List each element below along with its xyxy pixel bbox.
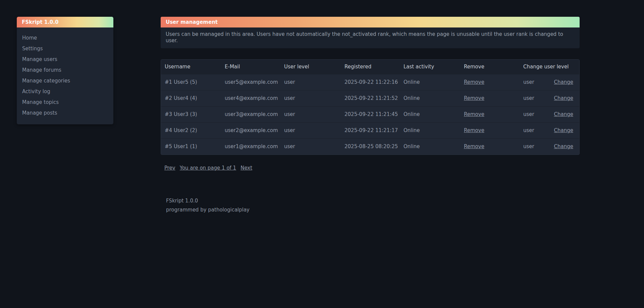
sidebar-item-home[interactable]: Home: [17, 33, 113, 43]
column-header-change-user-level: Change user level: [520, 60, 579, 74]
page-status-link[interactable]: You are on page 1 of 1: [180, 165, 236, 171]
remove-link[interactable]: Remove: [464, 143, 484, 149]
user-level-cell: user: [280, 90, 341, 106]
username-cell: #4 User2 (2): [161, 122, 221, 138]
registered-cell: 2025-09-22 11:21:17: [341, 122, 400, 138]
column-header-user-level: User level: [280, 60, 341, 74]
table-row: #5 User1 (1)user1@example.comuser2025-08…: [161, 138, 579, 155]
remove-cell: Remove: [460, 74, 520, 90]
username-cell: #2 User4 (4): [161, 90, 221, 106]
username-cell: #5 User1 (1): [161, 138, 221, 155]
table-row: #4 User2 (2)user2@example.comuser2025-09…: [161, 122, 579, 138]
current-user-level: user: [523, 111, 534, 117]
change-level-link[interactable]: Change: [554, 143, 573, 149]
remove-link[interactable]: Remove: [464, 79, 484, 85]
footer-version: FSkript 1.0.0: [166, 198, 580, 204]
registered-cell: 2025-08-25 08:20:25: [341, 138, 400, 155]
column-header-remove: Remove: [460, 60, 520, 74]
remove-link[interactable]: Remove: [464, 111, 484, 117]
email-cell: user2@example.com: [221, 122, 280, 138]
sidebar: FSkript 1.0.0 HomeSettingsManage usersMa…: [17, 17, 113, 124]
username-cell: #1 User5 (5): [161, 74, 221, 90]
remove-link[interactable]: Remove: [464, 127, 484, 133]
email-cell: user3@example.com: [221, 106, 280, 122]
change-level-link[interactable]: Change: [554, 127, 573, 133]
table-row: #1 User5 (5)user5@example.comuser2025-09…: [161, 74, 579, 90]
info-box: Users can be managed in this area. Users…: [161, 27, 580, 48]
sidebar-nav: HomeSettingsManage usersManage forumsMan…: [17, 27, 113, 124]
table-row: #2 User4 (4)user4@example.comuser2025-09…: [161, 90, 579, 106]
column-header-registered: Registered: [341, 60, 400, 74]
email-cell: user1@example.com: [221, 138, 280, 155]
registered-cell: 2025-09-22 11:21:45: [341, 106, 400, 122]
sidebar-item-activity-log[interactable]: Activity log: [17, 86, 113, 97]
remove-cell: Remove: [460, 106, 520, 122]
pagination: Prev You are on page 1 of 1 Next: [161, 165, 580, 171]
sidebar-item-settings[interactable]: Settings: [17, 43, 113, 54]
last-activity-cell: Online: [400, 74, 460, 90]
change-user-level-cell: userChange: [520, 122, 579, 138]
column-header-e-mail: E-Mail: [221, 60, 280, 74]
last-activity-cell: Online: [400, 122, 460, 138]
page-title: User management: [161, 17, 580, 27]
table-header-row: UsernameE-MailUser levelRegisteredLast a…: [161, 60, 579, 74]
current-user-level: user: [523, 95, 534, 101]
table-row: #3 User3 (3)user3@example.comuser2025-09…: [161, 106, 579, 122]
user-level-cell: user: [280, 122, 341, 138]
user-table-container: UsernameE-MailUser levelRegisteredLast a…: [161, 59, 580, 155]
change-user-level-cell: userChange: [520, 90, 579, 106]
column-header-username: Username: [161, 60, 221, 74]
change-level-link[interactable]: Change: [554, 95, 573, 101]
email-cell: user4@example.com: [221, 90, 280, 106]
last-activity-cell: Online: [400, 90, 460, 106]
user-level-cell: user: [280, 74, 341, 90]
change-user-level-cell: userChange: [520, 106, 579, 122]
user-table: UsernameE-MailUser levelRegisteredLast a…: [161, 60, 579, 155]
registered-cell: 2025-09-22 11:22:16: [341, 74, 400, 90]
footer-credit: programmed by pathologicalplay: [166, 207, 580, 213]
remove-cell: Remove: [460, 122, 520, 138]
change-level-link[interactable]: Change: [554, 79, 573, 85]
email-cell: user5@example.com: [221, 74, 280, 90]
username-cell: #3 User3 (3): [161, 106, 221, 122]
last-activity-cell: Online: [400, 138, 460, 155]
sidebar-item-manage-forums[interactable]: Manage forums: [17, 65, 113, 75]
user-level-cell: user: [280, 138, 341, 155]
current-user-level: user: [523, 143, 534, 149]
change-level-link[interactable]: Change: [554, 111, 573, 117]
last-activity-cell: Online: [400, 106, 460, 122]
sidebar-item-manage-categories[interactable]: Manage categories: [17, 75, 113, 86]
remove-link[interactable]: Remove: [464, 95, 484, 101]
remove-cell: Remove: [460, 90, 520, 106]
registered-cell: 2025-09-22 11:21:52: [341, 90, 400, 106]
change-user-level-cell: userChange: [520, 74, 579, 90]
sidebar-header: FSkript 1.0.0: [17, 17, 113, 27]
current-user-level: user: [523, 127, 534, 133]
column-header-last-activity: Last activity: [400, 60, 460, 74]
remove-cell: Remove: [460, 138, 520, 155]
footer: FSkript 1.0.0 programmed by pathological…: [161, 198, 580, 213]
sidebar-item-manage-users[interactable]: Manage users: [17, 54, 113, 65]
next-page-link[interactable]: Next: [240, 165, 252, 171]
sidebar-item-manage-posts[interactable]: Manage posts: [17, 108, 113, 118]
change-user-level-cell: userChange: [520, 138, 579, 155]
sidebar-item-manage-topics[interactable]: Manage topics: [17, 97, 113, 108]
current-user-level: user: [523, 79, 534, 85]
prev-page-link[interactable]: Prev: [164, 165, 175, 171]
main-content: User management Users can be managed in …: [161, 17, 580, 216]
user-level-cell: user: [280, 106, 341, 122]
